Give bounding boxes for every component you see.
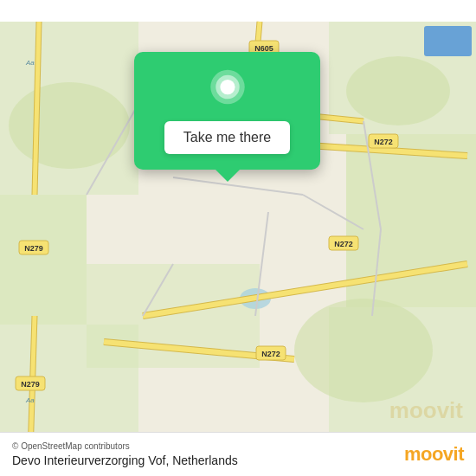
osm-attribution: © OpenStreetMap contributors [12, 441, 238, 451]
svg-text:N279: N279 [24, 244, 43, 253]
moovit-logo: moovit [404, 443, 464, 466]
location-title: Devo Interieurverzorging Vof, Netherland… [12, 453, 238, 467]
location-popup: Take me there [134, 52, 320, 170]
bottom-info: © OpenStreetMap contributors Devo Interi… [12, 441, 238, 467]
moovit-logo-text: moovit [404, 443, 464, 466]
svg-text:N272: N272 [261, 350, 280, 358]
svg-text:Aa: Aa [25, 396, 35, 404]
location-country: , Netherlands [165, 453, 237, 467]
svg-point-9 [294, 299, 433, 402]
svg-point-56 [220, 80, 235, 94]
svg-rect-12 [424, 26, 472, 56]
bottom-bar: © OpenStreetMap contributors Devo Interi… [0, 432, 476, 476]
map-container: N605 N616 N272 N272 N272 N279 N279 Aa Aa… [0, 0, 476, 476]
svg-text:N272: N272 [334, 240, 353, 248]
location-pin-icon [207, 69, 248, 111]
svg-text:N279: N279 [21, 380, 40, 389]
svg-text:N272: N272 [374, 138, 393, 146]
svg-rect-2 [0, 195, 87, 325]
location-name-text: Devo Interieurverzorging Vof [12, 453, 165, 467]
svg-point-8 [346, 56, 450, 125]
osm-copyright: © OpenStreetMap contributors [12, 441, 130, 451]
svg-text:Aa: Aa [25, 59, 35, 67]
svg-point-7 [9, 82, 130, 169]
take-me-there-button[interactable]: Take me there [164, 121, 290, 154]
